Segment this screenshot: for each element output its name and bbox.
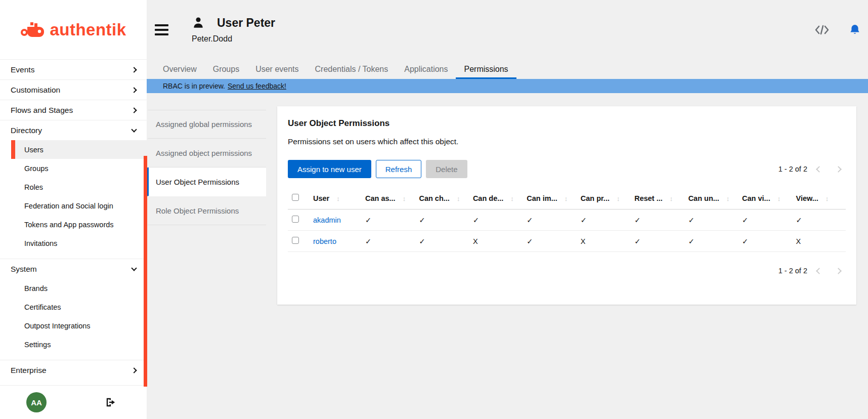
authentik-logo-icon xyxy=(20,19,47,41)
table-row: akadmin ✓ ✓ ✓ ✓ ✓ ✓ ✓ ✓ ✓ xyxy=(288,210,846,231)
column-header[interactable]: Can as... xyxy=(361,187,415,210)
sort-icon[interactable] xyxy=(336,195,340,202)
avatar-initials: AA xyxy=(31,398,42,407)
feedback-link[interactable]: Send us feedback! xyxy=(228,82,286,90)
delete-button[interactable]: Delete xyxy=(426,160,467,178)
sidebar-item-tokens-app-passwords[interactable]: Tokens and App passwords xyxy=(11,215,147,234)
toolbar: Assign to new user Refresh Delete 1 - 2 … xyxy=(288,160,846,178)
subtab-assigned-global-permissions[interactable]: Assigned global permissions xyxy=(147,110,266,139)
api-code-icon[interactable] xyxy=(814,24,830,35)
permission-cell: ✓ xyxy=(577,210,630,231)
sidebar-item-groups[interactable]: Groups xyxy=(11,159,147,178)
column-header[interactable]: Reset ... xyxy=(630,187,684,210)
column-header[interactable]: Can im... xyxy=(523,187,576,210)
sidebar-item-invitations[interactable]: Invitations xyxy=(11,234,147,253)
permission-cell: ✓ xyxy=(684,231,738,252)
subtab-user-object-permissions[interactable]: User Object Permissions xyxy=(147,167,266,196)
sidebar-item-outpost-integrations[interactable]: Outpost Integrations xyxy=(11,316,147,335)
column-header[interactable]: View... xyxy=(792,187,846,210)
avatar[interactable]: AA xyxy=(26,392,47,412)
sidebar-scrollbar[interactable] xyxy=(144,156,147,387)
select-all-checkbox[interactable] xyxy=(292,194,299,201)
column-header[interactable]: Can un... xyxy=(684,187,738,210)
sort-icon[interactable] xyxy=(510,195,514,202)
sidebar-item-system[interactable]: System xyxy=(0,259,147,279)
logout-icon[interactable] xyxy=(105,397,116,407)
tab-user-events[interactable]: User events xyxy=(247,59,307,79)
authentik-logo[interactable]: authentik xyxy=(20,19,126,41)
permission-cell: ✓ xyxy=(738,210,792,231)
pagination-prev-icon[interactable] xyxy=(811,161,827,177)
sort-icon[interactable] xyxy=(670,195,673,202)
column-header[interactable]: Can vi... xyxy=(738,187,792,210)
sidebar-item-label: Federation and Social login xyxy=(24,202,113,210)
permission-cell: ✓ xyxy=(738,231,792,252)
sidebar-logo-area: authentik xyxy=(0,0,147,59)
sort-icon[interactable] xyxy=(565,195,568,202)
user-link[interactable]: akadmin xyxy=(313,216,341,224)
sidebar-item-directory[interactable]: Directory xyxy=(0,120,147,140)
subtab-role-object-permissions[interactable]: Role Object Permissions xyxy=(147,196,266,225)
pagination-top: 1 - 2 of 2 xyxy=(778,161,846,177)
sidebar-item-label: Flows and Stages xyxy=(11,106,73,115)
sidebar-item-federation-social-login[interactable]: Federation and Social login xyxy=(11,196,147,215)
sidebar-item-settings[interactable]: Settings xyxy=(11,335,147,354)
sidebar-item-label: Tokens and App passwords xyxy=(24,221,114,229)
column-header[interactable]: Can pr... xyxy=(577,187,630,210)
refresh-button[interactable]: Refresh xyxy=(376,160,422,178)
permission-cell: ✓ xyxy=(523,231,576,252)
permission-cell: X xyxy=(792,231,846,252)
sidebar-item-flows-and-stages[interactable]: Flows and Stages xyxy=(0,100,147,120)
sidebar-item-roles[interactable]: Roles xyxy=(11,178,147,196)
permission-cell: ✓ xyxy=(630,231,684,252)
tab-credentials-tokens[interactable]: Credentials / Tokens xyxy=(307,59,397,79)
permission-cell: ✓ xyxy=(469,210,523,231)
sort-icon[interactable] xyxy=(617,195,620,202)
page-title: User Peter xyxy=(217,16,275,30)
chevron-down-icon xyxy=(131,265,137,271)
sidebar-item-label: Events xyxy=(11,65,34,74)
column-header[interactable]: Can ch... xyxy=(415,187,468,210)
chevron-right-icon xyxy=(131,67,137,72)
sidebar-item-label: Directory xyxy=(11,126,42,135)
column-header-user[interactable]: User xyxy=(309,187,361,210)
row-checkbox[interactable] xyxy=(292,216,299,223)
pagination-next-icon[interactable] xyxy=(831,161,846,177)
user-link[interactable]: roberto xyxy=(313,237,336,245)
pagination-prev-icon[interactable] xyxy=(811,263,827,278)
hamburger-menu-icon[interactable] xyxy=(155,24,168,35)
row-checkbox[interactable] xyxy=(292,237,299,244)
column-header[interactable]: Can de... xyxy=(469,187,523,210)
tab-applications[interactable]: Applications xyxy=(396,59,456,79)
sidebar-item-users[interactable]: Users xyxy=(11,140,147,159)
sidebar-item-certificates[interactable]: Certificates xyxy=(11,298,147,316)
sidebar-item-customisation[interactable]: Customisation xyxy=(0,79,147,100)
app-root: authentik Events Customisation Flows and… xyxy=(0,0,868,419)
brand-wordmark: authentik xyxy=(50,20,126,39)
page-head: User Peter Peter.Dodd xyxy=(192,16,275,44)
sort-icon[interactable] xyxy=(826,195,829,202)
sort-icon[interactable] xyxy=(457,195,460,202)
permission-cell: ✓ xyxy=(361,210,415,231)
sidebar-item-events[interactable]: Events xyxy=(0,59,147,79)
sort-icon[interactable] xyxy=(777,195,781,202)
tab-groups[interactable]: Groups xyxy=(205,59,247,79)
sort-icon[interactable] xyxy=(726,195,730,202)
tab-overview[interactable]: Overview xyxy=(155,59,205,79)
preview-banner: RBAC is in preview. Send us feedback! xyxy=(147,79,868,93)
permission-cell: ✓ xyxy=(630,210,684,231)
sidebar-item-label: Roles xyxy=(24,183,43,191)
tab-permissions[interactable]: Permissions xyxy=(456,59,516,79)
chevron-right-icon xyxy=(131,107,137,113)
sidebar-item-label: Customisation xyxy=(11,86,60,95)
pagination-next-icon[interactable] xyxy=(831,263,846,278)
sidebar-item-label: Enterprise xyxy=(11,366,47,375)
sidebar-item-brands[interactable]: Brands xyxy=(11,279,147,298)
subtab-assigned-object-permissions[interactable]: Assigned object permissions xyxy=(147,139,266,167)
sidebar-item-enterprise[interactable]: Enterprise xyxy=(0,360,147,380)
assign-to-new-user-button[interactable]: Assign to new user xyxy=(288,160,371,178)
notifications-bell-icon[interactable] xyxy=(849,24,861,36)
page-subtitle: Peter.Dodd xyxy=(192,34,275,44)
sort-icon[interactable] xyxy=(403,195,406,202)
permission-cell: ✓ xyxy=(415,210,468,231)
